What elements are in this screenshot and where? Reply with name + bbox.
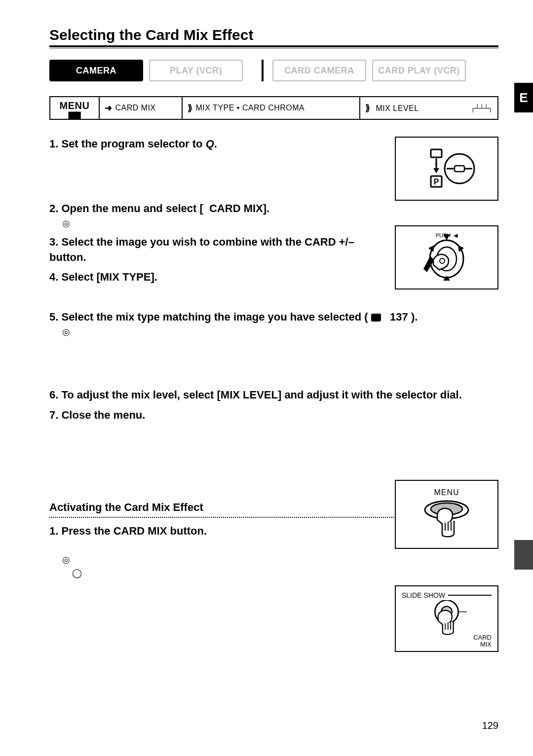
push-dial-icon: PUSH ◀: [419, 230, 474, 285]
figure-slideshow-label: SLIDE SHOW: [402, 591, 445, 599]
menu-path-label: MENU ▆▆: [49, 96, 99, 120]
step-5-page-ref: 137: [390, 311, 408, 323]
mode-tab-camera: CAMERA: [49, 60, 143, 81]
menu-button-press-icon: [419, 499, 474, 539]
book-icon: ▆▆: [69, 111, 81, 117]
step-5-text-b: ).: [411, 311, 418, 323]
step-7: 7. Close the menu.: [49, 408, 498, 423]
svg-marker-2: [433, 168, 439, 173]
figure-program-selector: P: [395, 137, 498, 201]
title-rule-thick: [49, 45, 498, 47]
step-1-text: 1. Set the program selector to: [49, 138, 206, 150]
slider-icon: ┌┴┴┴┐: [470, 104, 493, 112]
svg-marker-15: [458, 245, 464, 252]
svg-point-3: [435, 163, 437, 165]
page-title: Selecting the Card Mix Effect: [49, 27, 498, 43]
divider-line: [448, 595, 492, 596]
steps-list: P PUSH ◀ MENU: [49, 137, 498, 579]
page-reference-icon: [371, 314, 381, 322]
step-5-text-a: 5. Select the mix type matching the imag…: [49, 311, 368, 323]
mode-tabs-row: CAMERA PLAY (VCR) CARD CAMERA CARD PLAY …: [49, 60, 498, 81]
program-symbol: Q: [206, 138, 214, 150]
program-selector-icon: P: [417, 146, 476, 191]
svg-point-14: [440, 258, 445, 263]
mode-tab-card-camera: CARD CAMERA: [272, 60, 366, 81]
mode-tab-card-play-vcr: CARD PLAY (VCR): [372, 60, 466, 81]
figure-menu-label: MENU: [419, 488, 474, 497]
note-marker-icon: ◎: [62, 326, 498, 338]
figure-cardmix-label-2: MIX: [402, 641, 492, 648]
step-1-end: .: [214, 138, 217, 150]
menu-path-key-2: MIX TYPE: [196, 104, 234, 112]
note-marker-icon: ◎: [62, 217, 385, 230]
menu-path-value-2: CARD CHROMA: [242, 104, 305, 112]
activate-step-1-text: 1. Press the CARD MIX button.: [49, 525, 207, 537]
svg-rect-0: [431, 149, 442, 157]
menu-path-cell-cardmix: ➜ CARD MIX: [99, 96, 183, 120]
figure-cardmix-label-1: CARD: [402, 634, 492, 641]
menu-path-value-1: CARD MIX: [115, 104, 156, 112]
note-marker-icon: ◎: [62, 554, 385, 566]
card-mix-button-press-icon: [422, 600, 471, 635]
figure-card-mix-button: SLIDE SHOW CARD MIX: [395, 585, 498, 652]
title-rule-thin: [49, 48, 498, 49]
menu-path-cell-mixtype: ⟫ MIX TYPE • CARD CHROMA: [183, 96, 360, 120]
figure-menu-button: MENU: [395, 480, 498, 549]
step-6: 6. To adjust the mix level, select [MIX …: [49, 388, 498, 403]
menu-path-cell-mixlevel: ⟫ MIX LEVEL ┌┴┴┴┐: [360, 96, 498, 120]
step-2-text: 2. Open the menu and select [ CARD MIX].: [49, 202, 269, 215]
chevron-icon: ➜: [105, 103, 113, 113]
menu-path-key-3: MIX LEVEL: [376, 104, 419, 112]
page-number: 129: [482, 720, 498, 731]
note-marker-icon: ◯: [72, 567, 385, 579]
figure-push-dial: PUSH ◀: [395, 225, 498, 289]
chevron-icon: ⟫: [188, 103, 193, 113]
side-section-marker: [514, 540, 533, 570]
mode-tab-separator: [262, 60, 264, 81]
chevron-icon: ⟫: [365, 103, 371, 113]
mode-tab-play-vcr: PLAY (VCR): [149, 60, 243, 81]
step-5: 5. Select the mix type matching the imag…: [49, 310, 498, 338]
svg-text:P: P: [434, 178, 439, 186]
svg-rect-8: [455, 166, 464, 172]
menu-path-bar: MENU ▆▆ ➜ CARD MIX ⟫ MIX TYPE • CARD CHR…: [49, 96, 498, 120]
side-tab-language: E: [514, 83, 533, 112]
